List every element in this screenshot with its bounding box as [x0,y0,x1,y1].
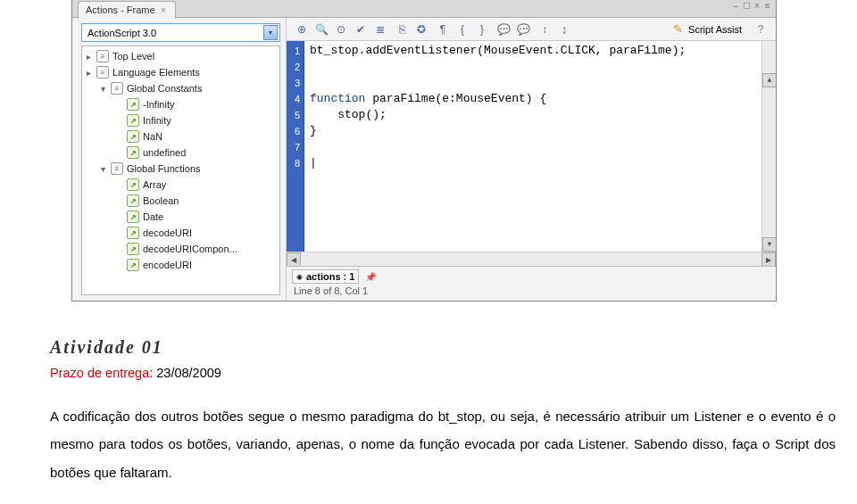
panel-titlebar: Actions - Frame × – ☐ × ≡ [72,0,776,18]
leaf-icon: ↗ [127,114,139,127]
close-icon[interactable]: × [753,2,761,11]
uncomment-icon[interactable]: 💬 [515,21,531,37]
auto-format-icon[interactable]: ≣ [372,21,388,37]
language-select[interactable]: ActionScript 3.0 ▾ [81,23,280,42]
scroll-down-icon[interactable]: ▼ [762,237,776,252]
find-icon[interactable]: 🔍 [313,21,329,37]
horizontal-scrollbar[interactable]: ◀ ▶ [287,252,776,266]
tree-item[interactable]: ↗encodeURI [82,257,279,273]
tree-item[interactable]: ▸≡Top Level [82,48,279,64]
tree-item[interactable]: ↗Array [82,177,279,193]
tree-item[interactable]: ▾≡Global Constants [82,80,279,96]
scroll-up-icon[interactable]: ▲ [762,73,776,87]
script-assist-button[interactable]: ✎ Script Assist [668,22,747,36]
deadline-value: 23/08/2009 [153,366,221,380]
code-toolbar: ⊕ 🔍 ⊙ ✔ ≣ ⎘ ✪ ¶ { } [287,18,776,41]
leaf-icon: ↗ [127,146,139,159]
tree-item[interactable]: ▸≡Language Elements [82,64,279,80]
tree-item[interactable]: ↗decodeURICompon... [82,241,279,257]
package-icon: ≡ [111,162,123,175]
activity-body: A codificação dos outros botões segue o … [50,402,836,487]
script-assist-label: Script Assist [688,24,742,35]
brace-open-icon[interactable]: { [454,21,470,37]
left-pane: ActionScript 3.0 ▾ ▸≡Top Level ▸≡Languag… [72,18,287,301]
add-snippet-icon[interactable]: ⊕ [294,21,310,37]
leaf-icon: ↗ [127,227,139,239]
package-icon: ≡ [96,50,109,62]
scroll-left-icon[interactable]: ◀ [287,252,301,267]
deadline-label: Prazo de entrega: [50,366,153,380]
paragraph-icon[interactable]: ¶ [435,21,451,37]
leaf-icon: ↗ [127,98,139,111]
vertical-scrollbar[interactable]: ▲ ▼ [761,41,776,252]
tree-item[interactable]: ↗decodeURI [82,225,279,241]
bookmark-icon[interactable]: ⎘ [394,21,410,37]
tree-item[interactable]: ▾≡Global Functions [82,161,279,177]
collapse-icon[interactable]: ↨ [556,21,572,37]
package-icon: ≡ [96,66,109,78]
script-nav[interactable]: ◉ actions : 1 [292,269,359,284]
tab-title: Actions - Frame [86,4,155,15]
activity-section: Atividade 01 Prazo de entrega: 23/08/200… [50,337,836,486]
status-bar: ◉ actions : 1 📌 Line 8 of 8, Col 1 [287,266,776,301]
package-icon: ≡ [111,82,123,95]
maximize-icon[interactable]: ☐ [742,2,751,11]
leaf-icon: ↗ [127,178,139,191]
language-value: ActionScript 3.0 [87,28,156,38]
actions-panel: Actions - Frame × – ☐ × ≡ ActionScript 3… [71,0,777,302]
activity-heading: Atividade 01 [50,337,836,358]
target-icon[interactable]: ⊙ [333,21,349,37]
code-pane: ⊕ 🔍 ⊙ ✔ ≣ ⎘ ✪ ¶ { } [287,18,776,301]
tab-close-icon[interactable]: × [161,4,166,15]
panel-menu-icon[interactable]: ≡ [763,2,772,11]
check-syntax-icon[interactable]: ✔ [353,21,369,37]
leaf-icon: ↗ [127,194,139,207]
api-tree[interactable]: ▸≡Top Level ▸≡Language Elements ▾≡Global… [81,45,280,295]
cursor-position: Line 8 of 8, Col 1 [292,285,770,299]
tree-item[interactable]: ↗NaN [82,128,279,145]
pin-icon[interactable]: 📌 [364,270,377,283]
tree-item[interactable]: ↗Date [82,209,279,225]
leaf-icon: ↗ [127,211,139,223]
line-gutter: 1 2 3 4 5 6 7 8 [287,41,304,252]
tree-item[interactable]: ↗-Infinity [82,96,279,112]
expand-icon[interactable]: ↕ [537,21,553,37]
script-nav-label: actions : 1 [306,271,354,282]
scroll-right-icon[interactable]: ▶ [761,252,776,267]
chevron-down-icon[interactable]: ▾ [263,25,278,40]
debug-icon[interactable]: ✪ [413,21,429,37]
nav-bullet-icon: ◉ [296,273,303,281]
leaf-icon: ↗ [127,259,139,271]
tree-item[interactable]: ↗Boolean [82,193,279,209]
comment-icon[interactable]: 💬 [495,21,512,37]
tree-item[interactable]: ↗Infinity [82,112,279,128]
minimize-icon[interactable]: – [731,2,740,11]
brace-close-icon[interactable]: } [474,21,490,37]
help-icon[interactable]: ? [753,21,769,37]
panel-tab[interactable]: Actions - Frame × [78,1,176,19]
tree-item[interactable]: ↗undefined [82,145,279,161]
leaf-icon: ↗ [127,130,139,143]
leaf-icon: ↗ [127,243,139,255]
wand-icon: ✎ [673,22,683,36]
code-editor[interactable]: bt_stop.addEventListener(MouseEvent.CLIC… [304,41,776,252]
